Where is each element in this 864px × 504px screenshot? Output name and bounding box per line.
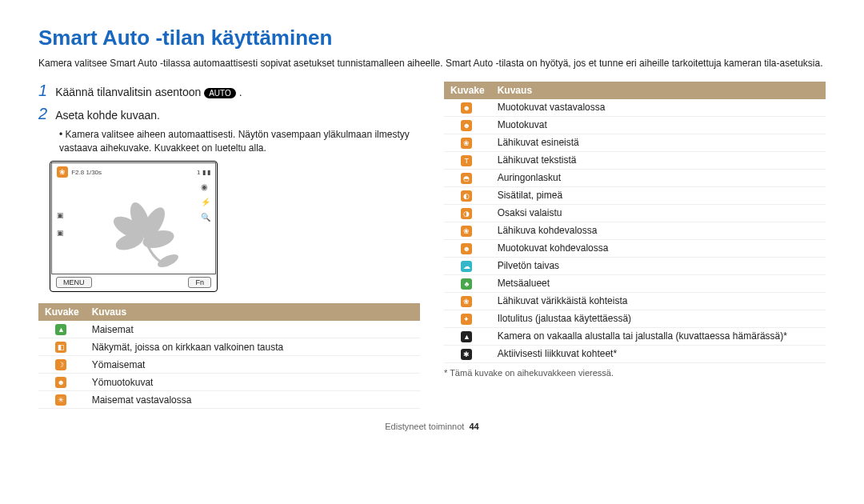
icon-cell: ◓ [444, 169, 491, 186]
icon-cell: ✱ [444, 345, 491, 362]
desc-cell: Lähikuvat värikkäistä kohteista [491, 292, 826, 310]
aperture-value: F2.8 [71, 169, 84, 176]
scene-icon: ☻ [461, 120, 472, 131]
icon-cell: ▲ [38, 321, 86, 338]
scene-icon: ✱ [461, 349, 472, 360]
icon-cell: ☻ [444, 116, 491, 134]
scene-icon: ♣ [461, 278, 472, 290]
desc-cell: Lähikuva kohdevalossa [491, 222, 826, 239]
lcd-top-bar: ❀ F2.8 1/30s 1 ▮ ▮ [57, 166, 210, 178]
table-row: ◓Auringonlaskut [444, 169, 826, 186]
page-title: Smart Auto -tilan käyttäminen [38, 26, 826, 50]
step1-text-b: . [239, 86, 242, 98]
table-row: ✦Ilotulitus (jalustaa käytettäessä) [444, 310, 826, 327]
icon-cell: ♣ [444, 274, 491, 292]
lcd-left-icons: ▣ ▣ [57, 211, 64, 237]
fn-button[interactable]: Fn [188, 277, 211, 288]
lcd-top-right: 1 ▮ ▮ [197, 169, 210, 176]
desc-cell: Näkymät, joissa on kirkkaan valkoinen ta… [86, 338, 420, 356]
th-kuvaus: Kuvaus [491, 82, 826, 99]
page: Smart Auto -tilan käyttäminen Kamera val… [0, 0, 864, 447]
page-number: 44 [469, 422, 478, 431]
page-footer: Edistyneet toiminnot 44 [38, 422, 826, 431]
columns: 1 Käännä tilanvalitsin asentoon AUTO . 2… [38, 82, 826, 410]
camera-screen-mock: ❀ F2.8 1/30s 1 ▮ ▮ ◉ ⚡ 🔍 [50, 161, 218, 292]
table-row: ☁Pilvetön taivas [444, 257, 826, 274]
table-row: ❀Lähikuvat esineistä [444, 134, 826, 151]
table-row: ◐Sisätilat, pimeä [444, 186, 826, 204]
desc-cell: Yömuotokuvat [86, 374, 420, 391]
scene-icon: ☻ [55, 377, 66, 388]
icon-cell: ◐ [444, 186, 491, 204]
scene-icon: ◓ [461, 173, 472, 184]
lcd-buttons: MENU Fn [51, 274, 216, 290]
icon-cell: ☻ [38, 374, 86, 391]
footer-text: Edistyneet toiminnot [385, 422, 464, 431]
icon-cell: ◑ [444, 204, 491, 222]
scene-icon: ❀ [461, 226, 472, 237]
table-row: ▲Maisemat [38, 321, 420, 338]
table-row: ◧Näkymät, joissa on kirkkaan valkoinen t… [38, 338, 420, 356]
table-row: TLähikuvat tekstistä [444, 151, 826, 169]
scene-icon: ❀ [461, 296, 472, 307]
icon-cell: ☀ [38, 391, 86, 409]
af-icon: ▣ [57, 229, 64, 237]
off-icon: ▣ [57, 211, 64, 219]
icon-cell: ❀ [444, 222, 491, 239]
icon-cell: ◧ [38, 338, 86, 356]
scene-icon: ▲ [461, 331, 472, 342]
zoom-icon: 🔍 [201, 213, 210, 222]
desc-cell: Aktiivisesti liikkuvat kohteet* [491, 345, 826, 362]
desc-cell: Auringonlaskut [491, 169, 826, 186]
table-row: ☻Muotokuvat vastavalossa [444, 99, 826, 117]
table-row: ☻Muotokuvat [444, 116, 826, 134]
table-row: ☽Yömaisemat [38, 356, 420, 374]
icon-cell: ☽ [38, 356, 86, 374]
desc-cell: Maisemat vastavalossa [86, 391, 420, 409]
scene-icon: ◧ [55, 342, 66, 353]
flower-illustration [96, 195, 184, 267]
scene-icon: ✦ [461, 314, 472, 325]
step-number: 2 [38, 105, 47, 123]
scene-icon: ❀ [57, 166, 68, 178]
icon-table-left: Kuvake Kuvaus ▲Maisemat◧Näkymät, joissa … [38, 303, 420, 409]
left-column: 1 Käännä tilanvalitsin asentoon AUTO . 2… [38, 82, 420, 410]
right-column: Kuvake Kuvaus ☻Muotokuvat vastavalossa☻M… [444, 82, 826, 410]
step-2: 2 Aseta kohde kuvaan. [38, 105, 420, 123]
scene-icon: ▲ [55, 324, 66, 335]
desc-cell: Muotokuvat kohdevalossa [491, 239, 826, 257]
focus-icon: ◉ [201, 182, 210, 191]
table-row: ☻Yömuotokuvat [38, 374, 420, 391]
desc-cell: Muotokuvat vastavalossa [491, 99, 826, 117]
step1-text-a: Käännä tilanvalitsin asentoon [55, 86, 204, 98]
desc-cell: Kamera on vakaalla alustalla tai jalusta… [491, 327, 826, 345]
icon-cell: ☻ [444, 99, 491, 117]
table-row: ❀Lähikuva kohdevalossa [444, 222, 826, 239]
table-row: ☻Muotokuvat kohdevalossa [444, 239, 826, 257]
intro-text: Kamera valitsee Smart Auto -tilassa auto… [38, 57, 826, 70]
scene-icon: ☻ [461, 243, 472, 254]
desc-cell: Lähikuvat tekstistä [491, 151, 826, 169]
th-kuvake: Kuvake [444, 82, 491, 99]
table-row: ▲Kamera on vakaalla alustalla tai jalust… [444, 327, 826, 345]
icon-cell: ✦ [444, 310, 491, 327]
sd-icon: ▮ [202, 169, 206, 176]
lcd-right-icons: ◉ ⚡ 🔍 [201, 182, 210, 222]
menu-button[interactable]: MENU [56, 277, 92, 288]
shot-count: 1 [197, 169, 200, 176]
scene-icon: ◑ [461, 208, 472, 219]
icon-cell: ▲ [444, 327, 491, 345]
icon-cell: ❀ [444, 292, 491, 310]
desc-cell: Pilvetön taivas [491, 257, 826, 274]
scene-icon: T [461, 155, 472, 166]
step-text: Aseta kohde kuvaan. [55, 109, 160, 122]
auto-badge: AUTO [204, 88, 236, 98]
icon-table-right: Kuvake Kuvaus ☻Muotokuvat vastavalossa☻M… [444, 82, 826, 363]
table-row: ♣Metsäalueet [444, 274, 826, 292]
table-row: ☀Maisemat vastavalossa [38, 391, 420, 409]
icon-cell: T [444, 151, 491, 169]
scene-icon: ☽ [55, 359, 66, 370]
scene-icon: ☻ [461, 102, 472, 114]
shutter-value: 1/30s [86, 169, 102, 176]
step-1: 1 Käännä tilanvalitsin asentoon AUTO . [38, 82, 420, 100]
